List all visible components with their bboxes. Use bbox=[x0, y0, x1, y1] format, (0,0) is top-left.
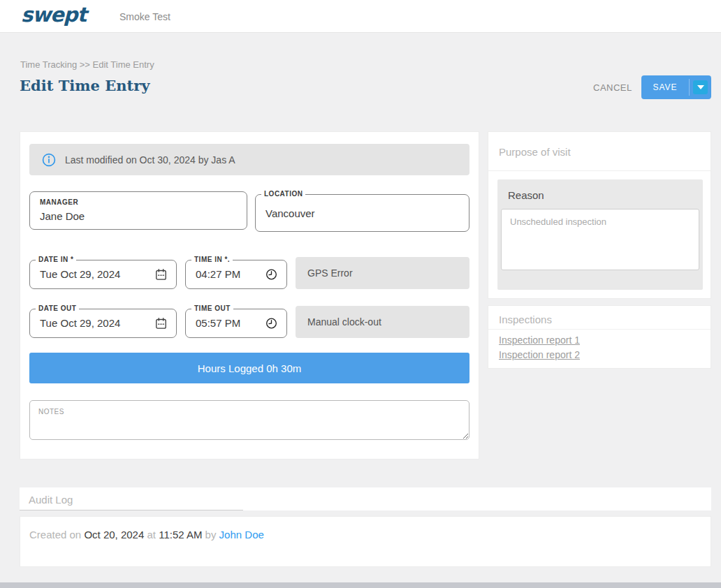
by-word: by bbox=[205, 529, 217, 541]
swept-logo[interactable]: swept bbox=[21, 3, 86, 27]
chevron-down-icon bbox=[697, 85, 704, 89]
created-by-user-link[interactable]: John Doe bbox=[219, 529, 264, 541]
audit-log-card: Created on Oct 20, 2024 at 11:52 AM by J… bbox=[20, 516, 711, 567]
audit-log-underline bbox=[20, 510, 243, 510]
manager-value: Jane Doe bbox=[40, 210, 85, 222]
manager-field[interactable]: MANAGER Jane Doe bbox=[29, 191, 247, 230]
calendar-icon[interactable] bbox=[154, 268, 168, 281]
created-prefix: Created on bbox=[29, 529, 81, 541]
time-in-value: 04:27 PM bbox=[196, 268, 240, 280]
window-bottom-edge bbox=[0, 582, 721, 588]
last-modified-text: Last modified on Oct 30, 2024 by Jas A bbox=[65, 154, 235, 166]
workspace-name: Smoke Test bbox=[119, 11, 170, 22]
clock-out-status-badge: Manual clock-out bbox=[296, 306, 469, 338]
last-modified-banner: Last modified on Oct 30, 2024 by Jas A bbox=[29, 144, 469, 175]
date-in-value: Tue Oct 29, 2024 bbox=[40, 268, 120, 280]
notes-input[interactable] bbox=[29, 400, 469, 440]
location-field[interactable]: LOCATION Vancouver bbox=[255, 194, 469, 232]
divider bbox=[488, 329, 711, 330]
time-out-label: TIME OUT bbox=[191, 304, 233, 312]
time-in-field[interactable]: TIME IN *. 04:27 PM bbox=[185, 260, 287, 289]
date-out-label: DATE OUT bbox=[36, 304, 79, 312]
save-button[interactable]: SAVE bbox=[641, 82, 689, 92]
created-time: 11:52 AM bbox=[159, 529, 202, 541]
breadcrumb: Time Tracking >> Edit Time Entry bbox=[20, 59, 154, 70]
reason-label: Reason bbox=[508, 189, 544, 201]
clock-in-status-badge: GPS Error bbox=[296, 257, 469, 289]
top-bar: swept Smoke Test bbox=[0, 0, 721, 33]
divider bbox=[488, 170, 711, 171]
date-out-field[interactable]: DATE OUT Tue Oct 29, 2024 bbox=[29, 309, 177, 338]
purpose-of-visit-card: Purpose of visit Reason bbox=[488, 131, 711, 299]
save-dropdown-button[interactable] bbox=[693, 80, 708, 94]
time-in-label: TIME IN *. bbox=[191, 256, 233, 263]
reason-panel: Reason bbox=[497, 179, 703, 290]
calendar-icon[interactable] bbox=[154, 317, 168, 330]
hours-logged-bar: Hours Logged 0h 30m bbox=[29, 353, 469, 383]
inspections-title: Inspections bbox=[499, 314, 552, 325]
manager-label: MANAGER bbox=[40, 198, 78, 206]
page-title: Edit Time Entry bbox=[20, 77, 150, 94]
at-word: at bbox=[147, 529, 156, 541]
audit-log-entry: Created on Oct 20, 2024 at 11:52 AM by J… bbox=[29, 529, 264, 541]
clock-icon[interactable] bbox=[265, 268, 278, 281]
reason-input[interactable] bbox=[501, 209, 699, 270]
audit-log-title: Audit Log bbox=[29, 494, 73, 506]
location-value: Vancouver bbox=[265, 207, 315, 219]
date-in-label: DATE IN * bbox=[36, 256, 76, 263]
date-in-field[interactable]: DATE IN * Tue Oct 29, 2024 bbox=[29, 260, 177, 289]
time-entry-form-card: Last modified on Oct 30, 2024 by Jas A M… bbox=[20, 131, 479, 460]
inspection-report-link[interactable]: Inspection report 1 bbox=[499, 335, 580, 346]
date-out-value: Tue Oct 29, 2024 bbox=[40, 317, 120, 329]
audit-log-header: Audit Log bbox=[20, 487, 711, 510]
purpose-of-visit-title: Purpose of visit bbox=[499, 146, 571, 158]
clock-icon[interactable] bbox=[265, 317, 278, 330]
time-out-field[interactable]: TIME OUT 05:57 PM bbox=[185, 309, 287, 338]
save-split-button[interactable]: SAVE bbox=[641, 75, 711, 99]
time-out-value: 05:57 PM bbox=[196, 317, 240, 329]
created-date: Oct 20, 2024 bbox=[84, 529, 144, 541]
save-button-divider bbox=[689, 79, 690, 96]
location-label: LOCATION bbox=[261, 190, 305, 198]
info-icon bbox=[41, 152, 57, 168]
inspections-card: Inspections Inspection report 1 Inspecti… bbox=[488, 305, 711, 369]
cancel-button[interactable]: CANCEL bbox=[593, 82, 632, 93]
inspection-report-link[interactable]: Inspection report 2 bbox=[499, 349, 580, 360]
